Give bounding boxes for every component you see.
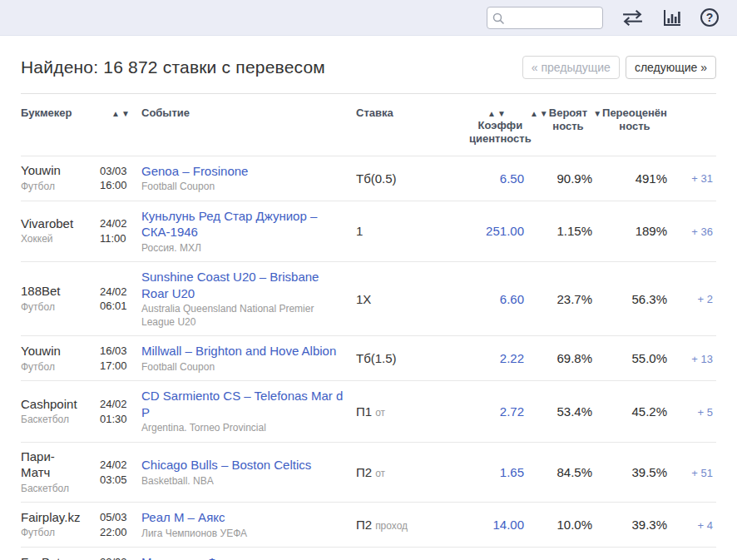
bet-label: 1X xyxy=(356,292,371,306)
event-time: 01:30 xyxy=(100,412,141,427)
bets-table: Букмекер ▲▼ Событие Ставка ▲▼Коэффи циен… xyxy=(21,94,716,560)
event-link[interactable]: CD Sarmiento CS – Telefonas Mar d P xyxy=(141,388,348,420)
overvalue-value: 37.0% xyxy=(592,548,667,560)
bet-label: 1 xyxy=(356,224,363,238)
coefficient-value[interactable]: 1.65 xyxy=(500,465,524,479)
coefficient-value[interactable]: 2.72 xyxy=(500,404,524,419)
search-box[interactable] xyxy=(487,7,603,29)
title-row: Найдено: 16 872 ставки с перевесом « пре… xyxy=(21,36,716,94)
column-header-event: Событие xyxy=(141,94,356,156)
probability-value: 53.4% xyxy=(524,381,592,443)
next-page-button[interactable]: следующие » xyxy=(626,56,716,79)
pagination: « предыдущие следующие » xyxy=(522,56,716,79)
previous-page-button[interactable]: « предыдущие xyxy=(522,56,620,79)
event-time: 11:00 xyxy=(100,231,141,246)
probability-value: 90.9% xyxy=(524,156,592,201)
sort-asc-icon[interactable]: ▲ xyxy=(529,109,539,118)
event-date: 16/03 xyxy=(100,344,141,359)
overvalue-value: 491% xyxy=(592,156,667,201)
table-row: FavBet Футбол 22/03 21:45 Молдова – Фран… xyxy=(21,548,716,560)
table-body: Youwin Футбол 03/03 16:00 Genoa – Frosin… xyxy=(21,156,716,560)
topbar: ? xyxy=(0,0,737,36)
probability-value: 1.15% xyxy=(524,201,592,262)
event-date: 05/03 xyxy=(100,510,141,525)
bet-label: П2 xyxy=(356,465,372,479)
event-link[interactable]: Молдова – Франция xyxy=(141,554,259,560)
event-time: 17:00 xyxy=(100,359,141,374)
more-bookmakers-link[interactable]: + 5 xyxy=(698,406,713,419)
column-header-overvalue: ▼Переоценён ность xyxy=(592,94,667,156)
sport-label: Футбол xyxy=(21,181,100,194)
event-link[interactable]: Chicago Bulls – Boston Celtics xyxy=(141,457,311,473)
sort-desc-icon[interactable]: ▼ xyxy=(497,109,507,118)
page-title: Найдено: 16 872 ставки с перевесом xyxy=(21,57,325,77)
bet-label: П2 xyxy=(356,518,372,532)
league-label: Australia Queensland National Premier Le… xyxy=(141,303,348,329)
sport-label: Баскетбол xyxy=(21,483,100,496)
coefficient-value[interactable]: 2.22 xyxy=(500,351,524,365)
table-row: Fairplay.kz Футбол 05/03 22:00 Реал М – … xyxy=(21,503,716,548)
event-time: 16:00 xyxy=(100,178,141,193)
bookmaker-name: Fairplay.kz xyxy=(21,510,81,526)
event-link[interactable]: Реал М – Аякс xyxy=(141,509,225,526)
sort-asc-icon[interactable]: ▲ xyxy=(487,109,497,118)
bet-note: проход xyxy=(375,520,408,532)
swap-icon xyxy=(621,9,644,27)
bet-label: П1 xyxy=(356,404,372,419)
more-bookmakers-link[interactable]: + 36 xyxy=(691,225,713,238)
table-header-row: Букмекер ▲▼ Событие Ставка ▲▼Коэффи циен… xyxy=(21,94,716,156)
event-link[interactable]: Genoa – Frosinone xyxy=(141,163,248,180)
help-button[interactable]: ? xyxy=(700,8,719,27)
more-bookmakers-link[interactable]: + 13 xyxy=(691,353,713,365)
sort-asc-icon[interactable]: ▲ xyxy=(111,109,121,118)
coefficient-value[interactable]: 6.60 xyxy=(500,292,524,306)
overvalue-value: 39.5% xyxy=(592,443,667,503)
column-header-more xyxy=(667,94,716,156)
coefficient-value[interactable]: 6.50 xyxy=(500,171,524,186)
bookmaker-name: Пари-Матч xyxy=(21,449,81,481)
sport-label: Футбол xyxy=(21,301,100,315)
table-row: Vivarobet Хоккей 24/02 11:00 Куньлунь Ре… xyxy=(21,201,716,262)
event-date: 03/03 xyxy=(100,164,141,179)
overvalue-value: 39.3% xyxy=(592,503,667,548)
chart-button[interactable] xyxy=(662,8,682,27)
swap-button[interactable] xyxy=(621,9,644,27)
coefficient-header-label: Коэффи циентность xyxy=(469,119,532,146)
league-label: Basketball. NBA xyxy=(141,475,348,488)
bet-label: Тб(0.5) xyxy=(356,171,397,186)
more-bookmakers-link[interactable]: + 2 xyxy=(698,293,713,305)
bookmaker-name: 188Bet xyxy=(21,284,81,300)
event-date: 24/02 xyxy=(100,397,141,412)
event-link[interactable]: Sunshine Coast U20 – Brisbane Roar U20 xyxy=(141,269,348,301)
coefficient-value[interactable]: 251.00 xyxy=(486,224,524,238)
coefficient-value[interactable]: 14.00 xyxy=(492,518,524,532)
sort-desc-icon[interactable]: ▼ xyxy=(539,109,549,118)
more-bookmakers-link[interactable]: + 51 xyxy=(691,467,713,479)
search-icon xyxy=(492,12,505,25)
event-link[interactable]: Millwall – Brighton and Hove Albion xyxy=(141,343,336,359)
overvalue-value: 56.3% xyxy=(592,262,667,336)
sport-label: Футбол xyxy=(21,361,100,374)
sort-desc-icon[interactable]: ▼ xyxy=(121,109,131,118)
league-label: Football Coupon xyxy=(141,181,348,194)
bet-note: от xyxy=(375,468,385,479)
more-bookmakers-link[interactable]: + 4 xyxy=(698,519,713,532)
probability-value: 84.5% xyxy=(524,443,592,503)
table-row: 188Bet Футбол 24/02 06:01 Sunshine Coast… xyxy=(21,262,716,336)
table-row: Youwin Футбол 03/03 16:00 Genoa – Frosin… xyxy=(21,156,716,201)
bookmaker-name: Youwin xyxy=(21,163,81,179)
column-header-probability: ▲▼Вероят ность xyxy=(524,94,592,156)
probability-header-label: Вероят ность xyxy=(549,107,587,134)
event-date: 24/02 xyxy=(100,216,141,231)
event-link[interactable]: Куньлунь Ред Стар Джуниор – СКА-1946 xyxy=(141,208,348,240)
event-date: 24/02 xyxy=(100,458,141,473)
overvalue-header-label: Переоценён ность xyxy=(602,107,667,134)
event-date: 22/03 xyxy=(100,555,141,560)
sort-desc-icon[interactable]: ▼ xyxy=(592,109,602,118)
bookmaker-name: Youwin xyxy=(21,344,81,359)
bet-label: Тб(1.5) xyxy=(356,351,397,365)
sport-label: Баскетбол xyxy=(21,414,100,427)
overvalue-value: 45.2% xyxy=(592,381,667,443)
more-bookmakers-link[interactable]: + 31 xyxy=(691,172,713,185)
event-time: 06:01 xyxy=(100,299,141,314)
